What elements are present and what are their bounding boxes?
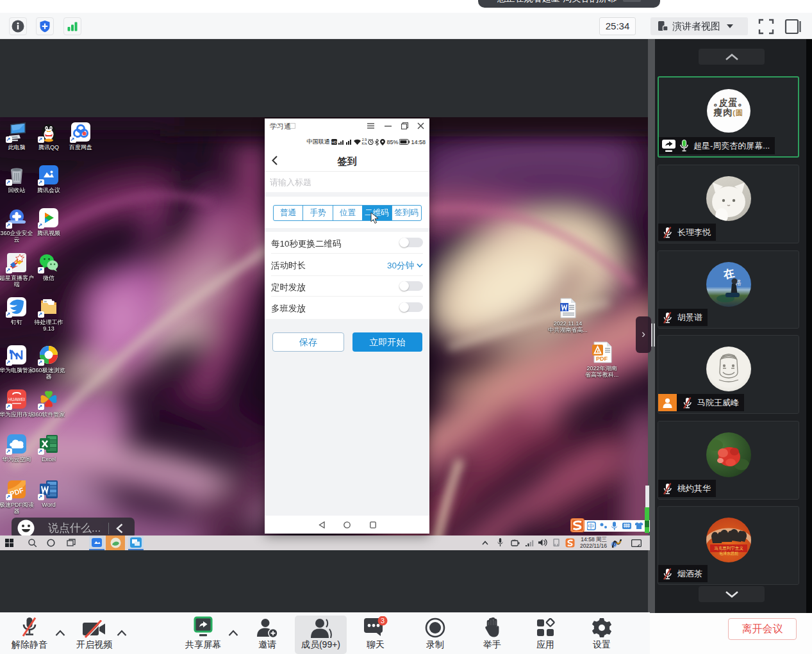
svg-text:PDF: PDF: [596, 356, 608, 362]
svg-text:HUAWEI: HUAWEI: [8, 397, 25, 402]
svg-text:毛泽东思想: 毛泽东思想: [719, 551, 738, 555]
svg-text:HD: HD: [331, 140, 337, 144]
svg-text:中: 中: [588, 523, 595, 530]
svg-text:3: 3: [381, 617, 385, 625]
svg-text:马克思列宁主义: 马克思列宁主义: [714, 546, 743, 551]
